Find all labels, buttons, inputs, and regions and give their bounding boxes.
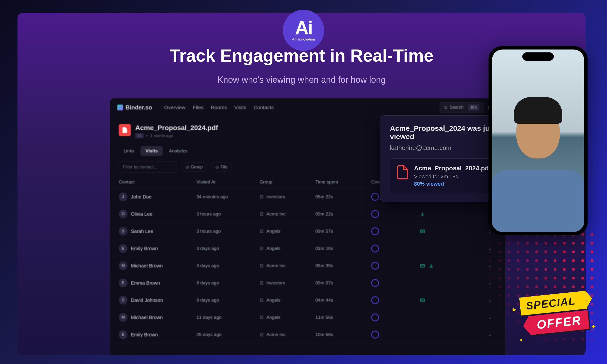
phone-mockup <box>488 46 588 235</box>
tab-visits[interactable]: Visits <box>141 146 162 156</box>
table-row[interactable]: EEmily Brown25 days agoAcme Inc10m 56s⌄ <box>110 326 505 343</box>
file-filter-pill[interactable]: File <box>211 163 232 171</box>
visited-at: 3 hours ago <box>197 211 260 217</box>
svg-rect-12 <box>421 299 425 302</box>
contact-name: Emily Brown <box>131 246 158 251</box>
main-nav: Overview Files Rooms Visits Contacts <box>164 104 274 110</box>
contact-avatar: D <box>119 296 128 305</box>
svg-rect-13 <box>261 316 263 319</box>
file-icon <box>396 165 409 180</box>
contact-avatar: S <box>119 227 128 236</box>
coverage-ring <box>371 296 420 304</box>
group-cell: Acme Inc <box>260 211 315 217</box>
coverage-ring <box>371 279 420 287</box>
plus-icon <box>215 166 219 169</box>
svg-rect-14 <box>261 333 263 336</box>
time-spent: 05m 22s <box>315 194 371 199</box>
nav-overview[interactable]: Overview <box>164 104 185 110</box>
visited-at: 3 hours ago <box>197 229 260 234</box>
contact-name: John Doe <box>131 194 152 200</box>
group-cell: Angels <box>260 246 315 251</box>
search-input[interactable]: Search ⌘K <box>440 102 483 113</box>
group-cell: Angels <box>260 298 315 303</box>
group-cell: Angels <box>260 315 315 320</box>
svg-rect-7 <box>261 247 263 250</box>
svg-rect-5 <box>261 230 263 233</box>
table-row[interactable]: MMichael Brown3 days agoAcme Inc05m 39s⌄ <box>110 257 505 274</box>
file-age: 1 month ago <box>150 133 173 138</box>
special-offer-badge: SPECIAL OFFER ✦ ✦ ✦ <box>519 291 589 336</box>
nav-visits[interactable]: Visits <box>234 104 246 110</box>
logo-subtext: Affi Innovation <box>292 37 315 41</box>
events-cell <box>420 229 468 234</box>
col-contact: Contact <box>119 179 197 185</box>
col-group: Group <box>260 179 315 185</box>
coverage-ring <box>371 210 420 218</box>
contact-avatar: E <box>119 244 128 253</box>
contact-avatar: E <box>119 330 128 339</box>
time-spent: 05m 39s <box>315 263 371 268</box>
svg-rect-8 <box>261 264 263 267</box>
contact-avatar: J <box>119 193 128 201</box>
contact-avatar: O <box>119 210 128 218</box>
spark-icon: ✦ <box>590 322 597 331</box>
table-row[interactable]: SSarah Lee3 hours agoAngels09m 57s⌄ <box>110 223 505 240</box>
spark-icon: ✦ <box>518 337 524 344</box>
svg-rect-4 <box>261 213 263 216</box>
contact-avatar: M <box>119 313 128 322</box>
visited-at: 11 days ago <box>197 315 260 320</box>
table-row[interactable]: EEmily Brown3 days agoAngels03m 10s⌄ <box>110 240 505 257</box>
brand: Binder.so <box>117 104 152 111</box>
search-placeholder: Search <box>450 105 463 110</box>
group-filter-pill[interactable]: Group <box>181 163 207 171</box>
svg-rect-10 <box>261 282 263 284</box>
contact-name: David Johnson <box>131 298 163 303</box>
plus-icon <box>185 166 189 169</box>
time-spent: 09m 22s <box>315 211 371 217</box>
spark-icon: ✦ <box>510 305 517 314</box>
brand-name: Binder.so <box>126 104 152 111</box>
svg-rect-6 <box>421 230 425 233</box>
visited-at: 25 days ago <box>197 332 260 337</box>
search-shortcut: ⌘K <box>468 104 479 111</box>
visited-at: 3 days ago <box>197 246 260 251</box>
phone-screen <box>492 50 584 232</box>
pdf-icon <box>119 124 131 136</box>
group-cell: Angels <box>260 229 315 234</box>
visits-table-body: JJohn Doe34 minutes agoInvestors05m 22s⌄… <box>110 188 505 343</box>
notification-percent: 80% viewed <box>414 181 491 187</box>
time-spent: 03m 10s <box>315 246 371 251</box>
coverage-ring <box>371 262 420 270</box>
tab-analytics[interactable]: Analytics <box>164 146 192 156</box>
time-spent: 04m 44s <box>315 298 371 303</box>
file-title: Acme_Proposal_2024.pdf <box>135 124 218 132</box>
table-row[interactable]: OOlivia Lee3 hours agoAcme Inc09m 22s⌄ <box>110 206 505 223</box>
visited-at: 9 days ago <box>197 298 260 303</box>
svg-rect-3 <box>261 195 263 198</box>
contact-name: Olivia Lee <box>131 211 152 217</box>
phone-notch <box>522 52 554 61</box>
nav-rooms[interactable]: Rooms <box>211 104 227 110</box>
contact-avatar: E <box>119 279 128 287</box>
table-row[interactable]: DDavid Johnson9 days agoAngels04m 44s⌄ <box>110 292 505 309</box>
time-spent: 10m 56s <box>315 332 371 337</box>
nav-contacts[interactable]: Contacts <box>254 104 274 110</box>
coverage-ring <box>371 331 420 338</box>
file-meta: TS • 1 month ago <box>135 133 218 138</box>
filter-contact-input[interactable]: Filter by contact... <box>119 162 177 172</box>
group-cell: Investors <box>260 194 315 199</box>
table-row[interactable]: EEmma Brown8 days agoInvestors09m 07s⌄ <box>110 274 505 292</box>
contact-name: Michael Brown <box>131 263 163 269</box>
tab-links[interactable]: Links <box>119 146 139 156</box>
contact-name: Emily Brown <box>131 332 158 338</box>
nav-files[interactable]: Files <box>193 104 203 110</box>
time-spent: 09m 57s <box>315 229 371 234</box>
coverage-ring <box>371 245 420 252</box>
coverage-ring <box>371 313 420 321</box>
contact-avatar: M <box>119 261 128 270</box>
visited-at: 3 days ago <box>197 263 260 268</box>
table-row[interactable]: MMichael Brown11 days agoAngels11m 56s⌄ <box>110 309 505 326</box>
notification-file-name: Acme_Proposal_2024.pdf <box>414 165 491 172</box>
file-owner-badge: TS <box>135 133 144 138</box>
svg-rect-11 <box>261 299 263 302</box>
